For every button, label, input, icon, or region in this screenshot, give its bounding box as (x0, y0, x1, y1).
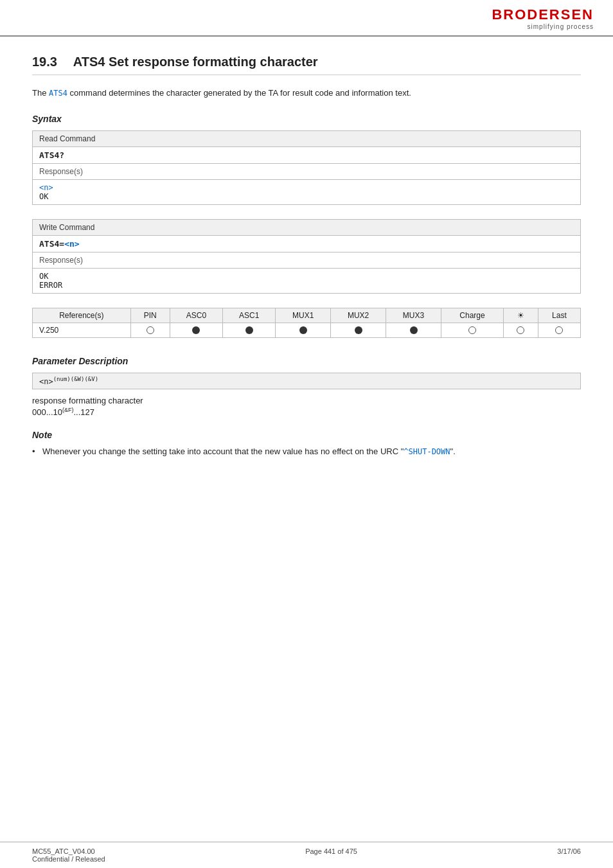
read-command-row: ATS4? (33, 146, 581, 163)
note-text-suffix: ". (450, 447, 456, 456)
intro-paragraph: The ATS4 command determines the characte… (32, 87, 581, 100)
note-text-prefix: Whenever you change the setting take int… (42, 447, 404, 456)
param-range-suffix: ...127 (74, 407, 95, 417)
write-responses: OK ERROR (33, 268, 581, 293)
read-header-row: Read Command (33, 130, 581, 146)
note-list: Whenever you change the setting take int… (32, 445, 581, 458)
circle-filled-icon (299, 326, 307, 334)
main-content: 19.3 ATS4 Set response formatting charac… (0, 37, 613, 483)
ref-v250-asc0 (170, 323, 222, 337)
read-command-header: Read Command (33, 130, 581, 146)
param-header-row: <n>(num)(&W)(&V) (33, 373, 581, 389)
section-title: 19.3 ATS4 Set response formatting charac… (32, 55, 581, 75)
logo-text: BRODERSEN (492, 6, 594, 23)
ref-v250-mux2 (331, 323, 386, 337)
footer-center: Page 441 of 475 (305, 847, 357, 863)
circle-filled-icon (410, 326, 418, 334)
ref-v250-last (538, 323, 580, 337)
param-header-cell: <n>(num)(&W)(&V) (33, 373, 581, 389)
intro-command-link: ATS4 (49, 89, 67, 98)
ref-col-asc1: ASC1 (223, 308, 276, 323)
section-number: 19.3 (32, 55, 57, 69)
ref-row-v250: V.250 (33, 323, 581, 337)
write-header-row: Write Command (33, 219, 581, 235)
read-resp-n: <n> (39, 183, 53, 192)
ref-col-pin: PIN (130, 308, 170, 323)
circle-filled-icon (245, 326, 253, 334)
ref-header-row: Reference(s) PIN ASC0 ASC1 MUX1 MUX2 MUX… (33, 308, 581, 323)
write-responses-row: OK ERROR (33, 268, 581, 293)
ref-col-last: Last (538, 308, 580, 323)
page-footer: MC55_ATC_V04.00 Confidential / Released … (0, 842, 613, 868)
ref-v250-charge (441, 323, 503, 337)
ref-label-v250: V.250 (33, 323, 131, 337)
param-description: response formatting character (32, 396, 581, 405)
read-command-text: ATS4? (33, 146, 581, 163)
param-desc-heading: Parameter Description (32, 356, 581, 366)
ref-v250-pin (130, 323, 170, 337)
param-range-prefix: 000...10 (32, 407, 62, 417)
read-responses-label-row: Response(s) (33, 163, 581, 179)
write-command-text: ATS4=<n> (33, 235, 581, 252)
footer-doc-id: MC55_ATC_V04.00 (32, 847, 105, 855)
ref-v250-mux3 (386, 323, 441, 337)
logo-sub: simplifying process (528, 23, 594, 30)
ref-v250-mux1 (276, 323, 331, 337)
ref-v250-icon (504, 323, 538, 337)
page-header: BRODERSEN simplifying process (0, 0, 613, 37)
circle-filled-icon (355, 326, 362, 334)
write-command-header: Write Command (33, 219, 581, 235)
ref-col-asc0: ASC0 (170, 308, 222, 323)
write-responses-label: Response(s) (33, 252, 581, 268)
read-command-table: Read Command ATS4? Response(s) <n> OK (32, 130, 581, 205)
read-resp-ok: OK (39, 192, 48, 201)
ref-col-charge: Charge (441, 308, 503, 323)
intro-prefix: The (32, 88, 49, 98)
param-table: <n>(num)(&W)(&V) (32, 373, 581, 389)
param-range: 000...10(&F)...127 (32, 407, 581, 417)
circle-empty-icon (555, 326, 563, 334)
syntax-heading: Syntax (32, 114, 581, 124)
ref-col-mux2: MUX2 (331, 308, 386, 323)
note-item: Whenever you change the setting take int… (32, 445, 581, 458)
circle-filled-icon (192, 326, 200, 334)
circle-empty-icon (517, 326, 524, 334)
write-responses-label-row: Response(s) (33, 252, 581, 268)
circle-empty-icon (147, 326, 154, 334)
circle-empty-icon (468, 326, 476, 334)
read-responses: <n> OK (33, 179, 581, 204)
write-command-table: Write Command ATS4=<n> Response(s) OK ER… (32, 219, 581, 294)
ref-col-mux1: MUX1 (276, 308, 331, 323)
footer-left: MC55_ATC_V04.00 Confidential / Released (32, 847, 105, 863)
note-urc-link: ^SHUT-DOWN (404, 447, 450, 456)
section-name: ATS4 Set response formatting character (73, 55, 318, 69)
note-heading: Note (32, 430, 581, 440)
ref-v250-asc1 (223, 323, 276, 337)
reference-table: Reference(s) PIN ASC0 ASC1 MUX1 MUX2 MUX… (32, 308, 581, 338)
param-range-superscript: (&F) (62, 407, 74, 413)
intro-suffix: command determines the character generat… (67, 88, 411, 98)
footer-date: 3/17/06 (557, 847, 581, 863)
write-resp-ok: OK (39, 272, 48, 281)
ref-col-references: Reference(s) (33, 308, 131, 323)
read-responses-row: <n> OK (33, 179, 581, 204)
ref-col-mux3: MUX3 (386, 308, 441, 323)
ref-col-icon: ☀︎ (504, 308, 538, 323)
logo-area: BRODERSEN simplifying process (492, 6, 594, 30)
write-resp-error: ERROR (39, 281, 62, 290)
footer-status: Confidential / Released (32, 855, 105, 863)
read-responses-label: Response(s) (33, 163, 581, 179)
write-command-row: ATS4=<n> (33, 235, 581, 252)
